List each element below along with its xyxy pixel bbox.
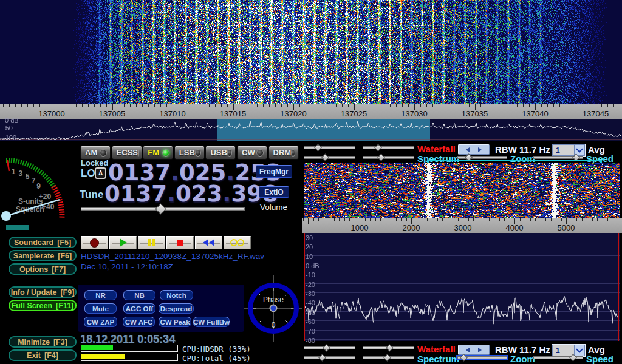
left-button-minimize[interactable]: Minimize[F3] [9,336,77,348]
lcd-digit[interactable]: 1 [120,181,136,207]
passband-high-tick[interactable] [600,160,602,163]
mode-button-usb[interactable]: USB [205,146,236,160]
db-label: -10 [306,271,315,278]
lcd-digit[interactable]: 7 [151,181,167,207]
arrow-right-icon[interactable] [478,147,482,152]
arrow-left-icon[interactable] [466,348,470,352]
dsp-button-nb[interactable]: NB [123,290,156,300]
dsp-button-cw-fullbw[interactable]: CW FullBw [193,317,230,327]
main-waterfall-display[interactable] [0,0,622,104]
audio-waterfall-display[interactable] [304,163,620,218]
lcd-digit[interactable]: 3 [207,181,223,207]
spectrum-brightness-slider-thumb[interactable] [377,153,385,161]
spectrum-brightness-slider-thumb[interactable] [383,354,391,362]
lcd-digit[interactable]: . [167,181,176,207]
mode-button-cw[interactable]: CW [237,146,267,160]
audio-spectrum-display[interactable] [304,233,620,341]
left-button-info-update[interactable]: Info / Update[F9] [9,286,77,298]
rbw-label: RBW 11.7 Hz [495,145,550,154]
scale-label: 137020 [280,109,306,118]
main-frequency-scale[interactable]: 1370001370051370101370151370201370251370… [0,104,622,119]
squelch-slider-handle[interactable] [6,225,29,230]
dsp-button-despread[interactable]: Despread [159,303,194,314]
dsp-button-cw-afc[interactable]: CW AFC [123,317,155,327]
waterfall-brightness-slider-thumb[interactable] [386,344,394,352]
record-button[interactable] [81,236,108,249]
spectrum-contrast-slider-track[interactable] [304,356,355,359]
waterfall-contrast-slider-track[interactable] [304,146,355,149]
lcd-digit[interactable]: 3 [231,181,247,207]
waterfall-contrast-slider-thumb[interactable] [314,144,322,152]
scale-tick [64,104,64,107]
mode-button-ecss[interactable]: ECSS [112,146,142,160]
scale-tick [124,104,125,107]
dsp-button-notch[interactable]: Notch [160,290,193,300]
rewind-button[interactable] [195,236,222,249]
waterfall-contrast-slider-thumb[interactable] [323,344,330,352]
passband-low-tick[interactable] [427,160,429,163]
rbw-arrows-button[interactable] [458,144,490,155]
pause-icon [148,239,155,246]
spectrum-contrast-slider-thumb[interactable] [319,354,327,362]
scale-tick [330,104,330,107]
spectrum-contrast-slider-track[interactable] [304,156,355,159]
scale-tick [618,218,618,224]
play-button[interactable] [109,236,137,249]
mode-led-icon [100,149,107,157]
extio-button[interactable]: ExtIO [259,186,289,198]
arrow-left-icon[interactable] [466,147,470,152]
main-spectrum-display[interactable] [0,119,622,141]
lo-auto-badge[interactable]: A [95,167,106,179]
arrow-right-icon[interactable] [478,348,482,352]
pause-button[interactable] [138,236,165,249]
left-button-exit[interactable]: Exit[F4] [9,349,77,361]
lcd-digit[interactable]: 0 [176,181,191,207]
left-button-soundcard[interactable]: Soundcard[F5] [9,237,77,248]
scale-tick [499,218,500,221]
db-label: 0 dB [306,262,320,269]
waterfall-brightness-slider-thumb[interactable] [374,144,382,152]
left-button-samplerate[interactable]: Samplerate[F6] [9,250,77,261]
lcd-digit[interactable]: 2 [191,181,207,207]
dsp-button-nr[interactable]: NR [84,290,117,300]
mode-led-icon [138,149,139,157]
dsp-button-agc-off[interactable]: AGC Off [123,303,156,314]
avg-label: Avg [588,345,605,354]
left-button-options[interactable]: Options[F7] [9,263,77,275]
audio-frequency-scale[interactable]: 10002000300040005000 [302,218,622,233]
mode-button-am[interactable]: AM [80,146,111,160]
stop-button[interactable] [166,236,194,249]
waterfall-brightness-slider-track[interactable] [363,146,414,149]
passband-indicator[interactable] [427,160,602,161]
lcd-digit[interactable]: 3 [136,181,152,207]
scale-tick [479,218,479,221]
lcd-digit[interactable]: . [222,181,231,207]
scale-tick [401,218,402,221]
tune-frequency-value[interactable]: 0137.023.398 [104,183,278,205]
svg-text:5: 5 [26,172,30,181]
mode-button-fm[interactable]: FM [143,146,173,160]
avg-dropdown[interactable]: 1 [552,144,585,156]
rbw-arrows-button[interactable] [458,345,490,355]
avg-dropdown-value: 1 [553,146,574,155]
freqmgr-button[interactable]: FreqMgr [256,165,292,178]
play-icon [120,238,127,247]
loop-button[interactable] [224,236,251,249]
lcd-digit[interactable]: 0 [104,181,120,207]
record-icon [90,238,99,248]
spectrum-brightness-slider-track[interactable] [363,156,414,159]
scale-tick [541,218,541,221]
dsp-button-cw-peak[interactable]: CW Peak [159,317,191,327]
button-label: Info / Update [11,288,57,297]
svg-text:S-units: S-units [18,197,43,206]
mode-button-lsb[interactable]: LSB [174,146,205,160]
left-button-full-screen[interactable]: Full Screen[F11] [9,300,77,311]
dropdown-arrow-icon[interactable] [574,345,584,356]
avg-dropdown[interactable]: 1 [552,345,585,356]
spectrum-contrast-slider-thumb[interactable] [322,153,330,161]
dsp-button-mute[interactable]: Mute [84,303,117,314]
dsp-button-cw-zap[interactable]: CW ZAP [84,317,117,327]
scale-tick [504,218,505,221]
zoom-slider-thumb[interactable] [460,354,468,362]
mode-button-drm[interactable]: DRM [268,146,299,160]
